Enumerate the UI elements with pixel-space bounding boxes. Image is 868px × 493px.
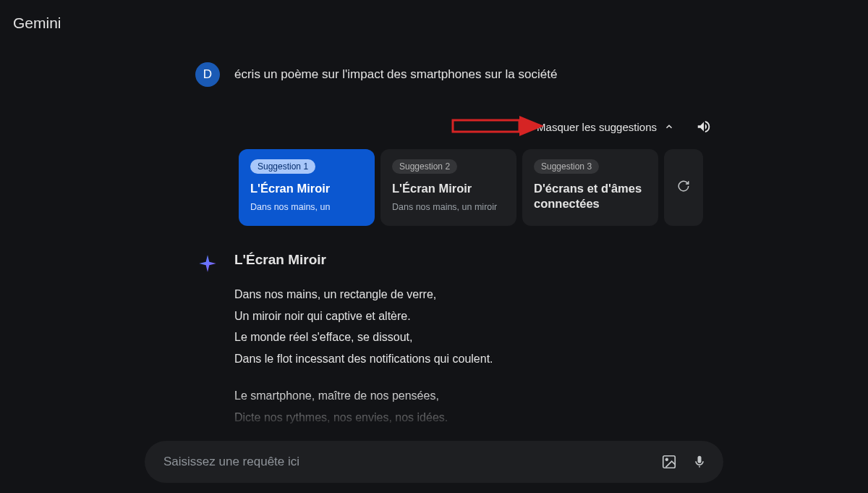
- suggestion-cards: Suggestion 1 L'Écran Miroir Dans nos mai…: [239, 149, 716, 226]
- suggestion-card-2[interactable]: Suggestion 2 L'Écran Miroir Dans nos mai…: [380, 149, 516, 226]
- chevron-up-icon: [664, 122, 674, 132]
- prompt-input[interactable]: [163, 455, 648, 469]
- hide-suggestions-label: Masquer les suggestions: [537, 121, 657, 133]
- response-body: L'Écran Miroir Dans nos mains, un rectan…: [234, 252, 716, 465]
- poem-line: Dans nos mains, un rectangle de verre,: [234, 284, 716, 306]
- hide-suggestions-button[interactable]: Masquer les suggestions: [537, 121, 674, 133]
- svg-point-3: [665, 458, 668, 460]
- response-title: L'Écran Miroir: [234, 252, 716, 268]
- prompt-input-bar[interactable]: [145, 441, 723, 483]
- svg-rect-0: [453, 120, 519, 132]
- conversation: D écris un poème sur l'impact des smartp…: [195, 62, 716, 465]
- suggestion-title: L'Écran Miroir: [250, 181, 363, 196]
- user-prompt-text: écris un poème sur l'impact des smartpho…: [234, 67, 557, 82]
- response-row: L'Écran Miroir Dans nos mains, un rectan…: [195, 252, 716, 465]
- suggestion-title: D'écrans et d'âmes connectées: [534, 181, 647, 211]
- refresh-suggestions-button[interactable]: [664, 149, 703, 226]
- suggestion-title: L'Écran Miroir: [392, 181, 505, 196]
- poem-line: Le smartphone, maître de nos pensées,: [234, 385, 716, 407]
- user-avatar: D: [195, 62, 220, 87]
- user-message-row: D écris un poème sur l'impact des smartp…: [195, 62, 716, 87]
- poem-line: Un miroir noir qui captive et altère.: [234, 306, 716, 327]
- svg-rect-2: [663, 456, 676, 468]
- suggestions-controls: Masquer les suggestions: [195, 117, 716, 136]
- refresh-icon: [677, 180, 690, 195]
- poem-line: Dicte nos rythmes, nos envies, nos idées…: [234, 407, 716, 429]
- suggestion-snippet: Dans nos mains, un miroir: [392, 202, 505, 212]
- stanza-2: Le smartphone, maître de nos pensées, Di…: [234, 385, 716, 450]
- suggestion-card-3[interactable]: Suggestion 3 D'écrans et d'âmes connecté…: [522, 149, 658, 226]
- poem-line: Le monde réel s'efface, se dissout,: [234, 326, 716, 348]
- stanza-1: Dans nos mains, un rectangle de verre, U…: [234, 284, 716, 369]
- suggestion-badge: Suggestion 1: [250, 159, 315, 174]
- image-upload-icon[interactable]: [660, 452, 678, 471]
- volume-icon[interactable]: [694, 117, 713, 136]
- suggestion-card-1[interactable]: Suggestion 1 L'Écran Miroir Dans nos mai…: [239, 149, 375, 226]
- gemini-spark-icon: [195, 252, 220, 465]
- poem-line: Dans le flot incessant des notifications…: [234, 348, 716, 370]
- app-title: Gemini: [13, 14, 61, 32]
- annotation-arrow: [451, 113, 545, 142]
- microphone-icon[interactable]: [690, 452, 709, 471]
- suggestion-snippet: Dans nos mains, un: [250, 202, 363, 212]
- suggestion-badge: Suggestion 2: [392, 159, 457, 174]
- suggestion-badge: Suggestion 3: [534, 159, 599, 174]
